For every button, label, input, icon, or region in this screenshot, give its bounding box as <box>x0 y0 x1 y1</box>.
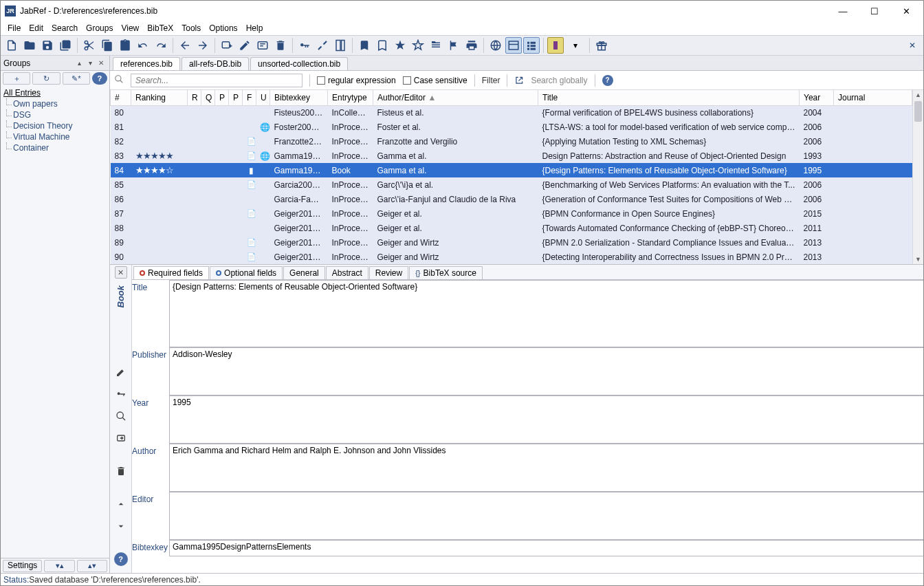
back-icon[interactable] <box>177 37 193 54</box>
menu-bibtex[interactable]: BibTeX <box>143 23 177 33</box>
close-db-icon[interactable]: ✕ <box>904 37 921 54</box>
menu-edit[interactable]: Edit <box>25 23 47 33</box>
gift-icon[interactable] <box>593 37 610 54</box>
search-help-icon[interactable]: ? <box>602 75 613 86</box>
refresh-groups-icon[interactable]: ↻ <box>32 72 60 85</box>
col-num[interactable]: # <box>111 90 131 105</box>
col-type[interactable]: Entrytype <box>328 90 373 105</box>
year-field[interactable] <box>169 395 923 444</box>
edit-entry-icon[interactable] <box>236 37 253 54</box>
table-row[interactable]: 85📄Garcia2006B...InProcee...Garc{\'\i}a … <box>111 177 912 192</box>
tab-general[interactable]: General <box>283 266 325 279</box>
bibtexkey-field[interactable] <box>169 540 923 556</box>
filter-label[interactable]: Filter <box>482 76 500 85</box>
col-r[interactable]: R <box>188 90 201 105</box>
title-field[interactable] <box>169 280 923 347</box>
col-f[interactable]: F <box>243 90 256 105</box>
col-u[interactable]: U <box>256 90 270 105</box>
external-link-icon[interactable] <box>514 76 524 85</box>
author-field[interactable] <box>169 444 923 492</box>
menu-tools[interactable]: Tools <box>177 23 205 33</box>
collapse-icon[interactable]: ▾▴ <box>44 560 74 572</box>
tab-source[interactable]: {} BibTeX source <box>409 266 483 279</box>
case-checkbox[interactable]: Case sensitive <box>403 76 468 85</box>
close-button[interactable]: ✕ <box>890 1 922 21</box>
vertical-scrollbar[interactable]: ▲ ▼ <box>912 90 923 264</box>
mark-icon[interactable] <box>332 37 349 54</box>
open-db-icon[interactable] <box>21 37 38 54</box>
col-p[interactable]: P <box>215 90 229 105</box>
save-icon[interactable] <box>39 37 56 54</box>
table-row[interactable]: 84★★★★☆▮Gamma1995...BookGamma et al.{Des… <box>111 163 912 177</box>
regex-checkbox[interactable]: regular expression <box>317 76 396 85</box>
new-entry-icon[interactable] <box>219 37 235 54</box>
tab-required[interactable]: Required fields <box>133 266 209 279</box>
settings-button[interactable]: Settings <box>3 560 42 572</box>
auto-group-icon[interactable]: ✎* <box>63 72 90 85</box>
col-year[interactable]: Year <box>800 90 834 105</box>
menu-options[interactable]: Options <box>205 23 241 33</box>
tree-item[interactable]: Container <box>13 143 49 153</box>
new-db-icon[interactable] <box>3 37 20 54</box>
db-tab[interactable]: unsorted-collection.bib <box>250 57 348 70</box>
chevron-down-icon[interactable]: ▾ <box>85 58 96 69</box>
key-icon[interactable] <box>114 387 128 401</box>
menu-file[interactable]: File <box>3 23 25 33</box>
trash-icon[interactable] <box>114 464 128 478</box>
table-row[interactable]: 82📄Franzotte200...InProcee...Franzotte a… <box>111 134 912 149</box>
table-row[interactable]: 81🌐Foster2006L...InProcee...Foster et al… <box>111 120 912 134</box>
editor-field[interactable] <box>169 492 923 540</box>
prev-entry-icon[interactable] <box>114 497 128 511</box>
menu-search[interactable]: Search <box>47 23 82 33</box>
search-globally-label[interactable]: Search globally <box>531 76 587 85</box>
col-title[interactable]: Title <box>538 90 800 105</box>
col-q[interactable]: Q <box>201 90 215 105</box>
menu-groups[interactable]: Groups <box>82 23 117 33</box>
editor-close-icon[interactable]: ✕ <box>115 266 127 279</box>
table-row[interactable]: 88Geiger2011T...InProcee...Geiger et al.… <box>111 221 912 235</box>
table-row[interactable]: 80Fisteus2004...InCollecti...Fisteus et … <box>111 105 912 120</box>
undo-icon[interactable] <box>135 37 151 54</box>
forward-icon[interactable] <box>195 37 211 54</box>
db-tab[interactable]: references.bib <box>113 57 180 70</box>
delete-icon[interactable] <box>272 37 289 54</box>
generate-key-icon[interactable] <box>296 37 313 54</box>
search-input[interactable] <box>131 74 302 87</box>
add-group-icon[interactable]: ＋ <box>3 72 30 85</box>
cleanup-icon[interactable] <box>314 37 331 54</box>
tree-item[interactable]: Decision Theory <box>13 121 72 131</box>
tree-root[interactable]: All Entries <box>3 87 107 98</box>
copy-icon[interactable] <box>99 37 116 54</box>
web-icon[interactable] <box>487 37 504 54</box>
paste-icon[interactable] <box>117 37 133 54</box>
search-icon[interactable] <box>114 409 128 423</box>
highlight-dropdown-icon[interactable]: ▾ <box>565 37 586 54</box>
tab-optional[interactable]: Optional fields <box>210 266 283 279</box>
db-tab[interactable]: all-refs-DB.bib <box>182 57 249 70</box>
pencil-icon[interactable] <box>114 365 128 379</box>
maximize-button[interactable]: ☐ <box>859 1 890 21</box>
table-row[interactable]: 86Garcia-Fanju...InProcee...Garc\'ia-Fan… <box>111 192 912 206</box>
toggle-editor-icon[interactable] <box>523 37 540 54</box>
star-outline-icon[interactable] <box>410 37 426 54</box>
publisher-field[interactable] <box>169 347 923 395</box>
table-row[interactable]: 89📄Geiger2013B...InProcee...Geiger and W… <box>111 235 912 250</box>
editor-help-icon[interactable]: ? <box>114 552 128 566</box>
flag-icon[interactable] <box>446 37 462 54</box>
table-row[interactable]: 83★★★★★📄🌐Gamma1993...InProcee...Gamma et… <box>111 149 912 163</box>
chevron-up-icon[interactable]: ▴ <box>74 58 85 69</box>
tree-item[interactable]: DSG <box>13 110 31 120</box>
col-journal[interactable]: Journal <box>834 90 912 105</box>
close-panel-icon[interactable]: ✕ <box>96 58 107 69</box>
highlight-icon[interactable] <box>547 37 564 54</box>
star-icon[interactable] <box>392 37 408 54</box>
minimize-button[interactable]: — <box>827 1 859 21</box>
col-ranking[interactable]: Ranking <box>131 90 188 105</box>
save-all-icon[interactable] <box>57 37 74 54</box>
menu-view[interactable]: View <box>117 23 143 33</box>
menu-help[interactable]: Help <box>242 23 267 33</box>
col-p2[interactable]: P <box>229 90 243 105</box>
link-icon[interactable] <box>114 431 128 445</box>
tree-item[interactable]: Own papers <box>13 99 58 109</box>
expand-icon[interactable]: ▴▾ <box>77 560 107 572</box>
